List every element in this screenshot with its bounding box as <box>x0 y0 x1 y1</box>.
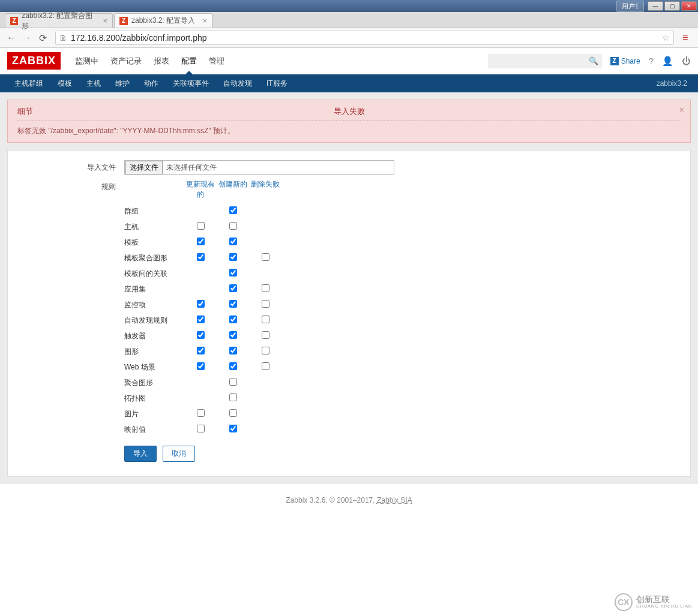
rules-table: 更新现有的创建新的删除失败 群组主机模板模板聚合图形模板间的关联应用集监控项自动… <box>124 179 676 462</box>
file-input[interactable]: 选择文件 未选择任何文件 <box>124 160 394 175</box>
rule-name: 图片 <box>124 409 184 419</box>
rule-name: 模板聚合图形 <box>124 253 184 263</box>
rule-create-checkbox[interactable] <box>229 315 237 323</box>
rule-name: 监控项 <box>124 300 184 310</box>
rule-delete-checkbox[interactable] <box>262 331 269 339</box>
rules-label: 规则 <box>22 179 124 462</box>
address-bar[interactable]: 🗎 ☆ <box>55 31 674 45</box>
rule-update-checkbox[interactable] <box>197 253 205 261</box>
top-nav-item-2[interactable]: 报表 <box>148 56 175 65</box>
rule-delete-checkbox[interactable] <box>262 315 269 323</box>
import-button[interactable]: 导入 <box>124 446 157 462</box>
rule-create-checkbox[interactable] <box>229 378 237 386</box>
rule-name: 自动发现规则 <box>124 315 184 326</box>
rule-update-checkbox[interactable] <box>197 315 205 323</box>
sub-nav-item-7[interactable]: IT服务 <box>259 79 295 89</box>
rule-update-checkbox[interactable] <box>197 222 205 230</box>
share-link[interactable]: Z Share <box>610 57 640 65</box>
tab-close-icon[interactable]: × <box>202 16 207 25</box>
forward-button[interactable]: → <box>20 31 34 44</box>
rule-create-checkbox[interactable] <box>229 362 237 370</box>
choose-file-button[interactable]: 选择文件 <box>125 161 163 175</box>
tab-favicon: Z <box>10 17 18 25</box>
rule-update-checkbox[interactable] <box>197 300 205 308</box>
bookmark-icon[interactable]: ☆ <box>662 33 670 43</box>
user-icon[interactable]: 👤 <box>662 56 673 67</box>
sub-nav-item-3[interactable]: 维护 <box>108 79 137 89</box>
top-nav-item-0[interactable]: 监测中 <box>69 56 104 65</box>
sub-nav-right-text: zabbix3.2 <box>657 79 691 88</box>
sub-nav-item-4[interactable]: 动作 <box>137 79 166 89</box>
rule-update-checkbox[interactable] <box>197 409 205 417</box>
footer-link[interactable]: Zabbix SIA <box>377 496 412 504</box>
rule-create-checkbox[interactable] <box>229 269 237 277</box>
rule-create-checkbox[interactable] <box>229 300 237 308</box>
rule-row-3: 模板聚合图形 <box>124 250 676 266</box>
top-nav-item-4[interactable]: 管理 <box>203 56 230 65</box>
rule-update-checkbox[interactable] <box>197 331 205 339</box>
top-nav: 监测中资产记录报表配置管理 <box>69 56 230 67</box>
rule-create-checkbox[interactable] <box>229 393 237 401</box>
sub-nav-item-5[interactable]: 关联项事件 <box>166 79 216 89</box>
reload-button[interactable]: ⟳ <box>36 31 49 44</box>
rule-delete-checkbox[interactable] <box>262 362 269 370</box>
rule-create-checkbox[interactable] <box>229 222 237 230</box>
sub-nav-item-2[interactable]: 主机 <box>79 79 108 89</box>
rule-delete-checkbox[interactable] <box>262 253 269 261</box>
window-titlebar: 用户1 — ▢ ✕ <box>0 0 698 12</box>
rule-update-checkbox[interactable] <box>197 238 205 245</box>
rule-create-checkbox[interactable] <box>229 253 237 261</box>
window-maximize-button[interactable]: ▢ <box>664 1 680 11</box>
rule-delete-checkbox[interactable] <box>262 284 269 292</box>
help-icon[interactable]: ? <box>649 56 654 66</box>
rule-row-7: 自动发现规则 <box>124 312 676 328</box>
rule-create-checkbox[interactable] <box>229 331 237 339</box>
rule-name: 图形 <box>124 347 184 357</box>
cancel-button[interactable]: 取消 <box>163 446 195 462</box>
search-wrap: 🔍 <box>488 54 602 68</box>
import-form: 导入文件 选择文件 未选择任何文件 规则 更新现有的创建新的删除失败 群组主机模… <box>7 150 691 477</box>
back-button[interactable]: ← <box>5 31 18 44</box>
url-input[interactable] <box>71 33 660 43</box>
footer-text: Zabbix 3.2.6. © 2001–2017, <box>286 496 377 504</box>
tab-close-icon[interactable]: × <box>103 16 107 25</box>
sub-nav-item-1[interactable]: 模板 <box>50 79 79 89</box>
rule-name: 应用集 <box>124 284 184 295</box>
rules-header-1: 创建新的 <box>217 179 249 200</box>
rule-row-8: 触发器 <box>124 328 676 344</box>
rule-create-checkbox[interactable] <box>229 206 237 214</box>
rule-row-14: 映射值 <box>124 422 676 437</box>
window-minimize-button[interactable]: — <box>648 1 663 11</box>
rule-create-checkbox[interactable] <box>229 347 237 354</box>
rule-name: 拓扑图 <box>124 393 184 404</box>
no-file-text: 未选择任何文件 <box>166 163 217 173</box>
rule-update-checkbox[interactable] <box>197 425 205 432</box>
top-nav-item-3[interactable]: 配置 <box>175 56 203 65</box>
top-nav-item-1[interactable]: 资产记录 <box>104 56 148 65</box>
rule-row-13: 图片 <box>124 406 676 422</box>
browser-tab-1[interactable]: Zzabbix3.2: 配置导入× <box>114 13 212 28</box>
rule-row-11: 聚合图形 <box>124 375 676 390</box>
rule-create-checkbox[interactable] <box>229 284 237 292</box>
rule-name: 触发器 <box>124 331 184 341</box>
sub-nav-item-6[interactable]: 自动发现 <box>216 79 259 89</box>
browser-tab-0[interactable]: Zzabbix3.2: 配置聚合图形× <box>5 13 113 28</box>
rule-create-checkbox[interactable] <box>229 238 237 245</box>
power-icon[interactable]: ⏻ <box>682 56 691 66</box>
rule-delete-checkbox[interactable] <box>262 347 269 354</box>
search-input[interactable] <box>488 54 602 68</box>
search-icon[interactable]: 🔍 <box>589 56 598 65</box>
rule-create-checkbox[interactable] <box>229 409 237 417</box>
brand-logo[interactable]: ZABBIX <box>7 52 61 70</box>
rule-delete-checkbox[interactable] <box>262 300 269 308</box>
rule-update-checkbox[interactable] <box>197 362 205 370</box>
close-error-icon[interactable]: × <box>679 105 684 115</box>
rule-name: 群组 <box>124 206 184 217</box>
browser-menu-icon[interactable]: ≡ <box>682 32 693 43</box>
sub-nav-item-0[interactable]: 主机群组 <box>7 79 50 89</box>
window-close-button[interactable]: ✕ <box>681 1 697 11</box>
browser-tabs: Zzabbix3.2: 配置聚合图形×Zzabbix3.2: 配置导入× <box>0 12 698 28</box>
rule-create-checkbox[interactable] <box>229 425 237 432</box>
tab-title: zabbix3.2: 配置导入 <box>131 16 195 26</box>
rule-update-checkbox[interactable] <box>197 347 205 354</box>
